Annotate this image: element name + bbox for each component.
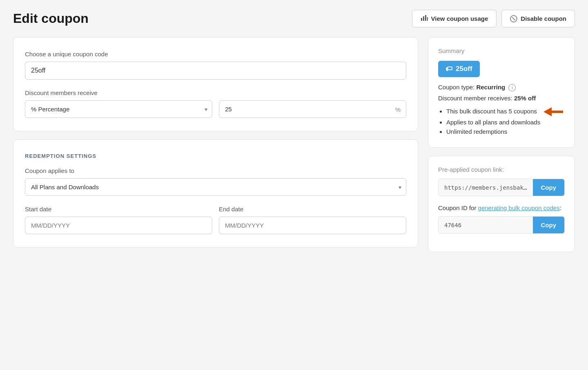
svg-rect-0 xyxy=(421,18,422,21)
bullet-1-text: This bulk discount has 5 coupons xyxy=(446,108,537,115)
summary-bullets: This bulk discount has 5 coupons Applies… xyxy=(438,107,565,135)
bullet-1: This bulk discount has 5 coupons xyxy=(446,107,565,116)
pre-applied-label: Pre-applied coupon link: xyxy=(438,166,565,173)
svg-marker-4 xyxy=(543,107,563,116)
coupon-type-prefix: Coupon type: xyxy=(438,84,476,91)
applies-to-wrapper: All Plans and Downloads Specific Plans S… xyxy=(25,178,406,196)
main-layout: Choose a unique coupon code Discount mem… xyxy=(13,37,575,252)
pre-applied-copy-row: https://members.jensbakery.com Copy xyxy=(438,179,565,196)
summary-card: Summary 🏷 25off Coupon type: Recurring i… xyxy=(428,37,575,148)
applies-to-field: Coupon applies to All Plans and Download… xyxy=(25,167,406,196)
page-title: Edit coupon xyxy=(13,11,89,26)
discount-amount-wrapper: % xyxy=(219,100,406,118)
end-date-label: End date xyxy=(219,206,406,213)
coupon-code-label: Choose a unique coupon code xyxy=(25,51,406,58)
view-usage-label: View coupon usage xyxy=(431,15,488,22)
pre-applied-link: https://members.jensbakery.com xyxy=(439,179,533,196)
discount-amount-input[interactable] xyxy=(219,100,406,118)
info-icon: i xyxy=(508,84,516,91)
redemption-card: REDEMPTION SETTINGS Coupon applies to Al… xyxy=(13,140,418,248)
header-buttons: View coupon usage Disable coupon xyxy=(412,10,575,27)
discount-value: 25% off xyxy=(514,95,536,102)
coupon-id-value: 47646 xyxy=(439,217,533,233)
coupon-code-field: Choose a unique coupon code xyxy=(25,51,406,80)
coupon-badge: 🏷 25off xyxy=(438,61,480,77)
disable-coupon-button[interactable]: Disable coupon xyxy=(501,10,575,27)
coupon-code-input[interactable] xyxy=(25,62,406,80)
discount-row: % Percentage $ Fixed Amount ▾ % xyxy=(25,100,406,118)
discount-prefix: Discount member receives: xyxy=(438,95,514,102)
bullet-3: Unlimited redemptions xyxy=(446,128,565,135)
coupon-type-line: Coupon type: Recurring i xyxy=(438,84,565,91)
coupon-type-value: Recurring xyxy=(476,84,505,91)
coupon-code-card: Choose a unique coupon code Discount mem… xyxy=(13,37,418,131)
applies-to-label: Coupon applies to xyxy=(25,167,406,174)
start-date-input[interactable] xyxy=(25,217,212,234)
discount-type-wrapper: % Percentage $ Fixed Amount ▾ xyxy=(25,100,212,118)
start-date-label: Start date xyxy=(25,206,212,213)
pre-applied-section: Pre-applied coupon link: https://members… xyxy=(428,156,575,252)
right-column: Summary 🏷 25off Coupon type: Recurring i… xyxy=(428,37,575,252)
coupon-id-label: Coupon ID for generating bulk coupon cod… xyxy=(438,204,565,211)
coupon-id-prefix: Coupon ID for xyxy=(438,204,478,211)
discount-field: Discount members receive % Percentage $ … xyxy=(25,89,406,118)
pre-applied-copy-button[interactable]: Copy xyxy=(533,179,565,196)
summary-title: Summary xyxy=(438,47,565,54)
svg-rect-2 xyxy=(425,15,426,21)
date-row: Start date End date xyxy=(25,206,406,234)
end-date-field: End date xyxy=(219,206,406,234)
discount-suffix: % xyxy=(395,106,401,113)
redemption-heading: REDEMPTION SETTINGS xyxy=(25,153,406,159)
bulk-codes-link[interactable]: generating bulk coupon codes xyxy=(478,204,560,211)
coupon-id-copy-row: 47646 Copy xyxy=(438,216,565,234)
coupon-id-copy-button[interactable]: Copy xyxy=(533,217,565,233)
svg-rect-3 xyxy=(427,17,428,21)
discount-type-select[interactable]: % Percentage $ Fixed Amount xyxy=(25,100,212,118)
end-date-input[interactable] xyxy=(219,217,406,234)
left-column: Choose a unique coupon code Discount mem… xyxy=(13,37,418,248)
svg-rect-1 xyxy=(423,16,424,21)
disable-label: Disable coupon xyxy=(521,15,566,22)
badge-text: 25off xyxy=(456,65,472,73)
discount-label: Discount members receive xyxy=(25,89,406,96)
view-usage-button[interactable]: View coupon usage xyxy=(412,10,497,27)
tag-icon: 🏷 xyxy=(445,65,452,73)
bullet-2: Applies to all plans and downloads xyxy=(446,119,565,126)
discount-line: Discount member receives: 25% off xyxy=(438,95,565,102)
chart-icon xyxy=(421,14,428,23)
coupon-id-suffix: : xyxy=(560,204,561,211)
disable-icon xyxy=(510,15,517,22)
arrow-indicator xyxy=(543,107,563,116)
start-date-field: Start date xyxy=(25,206,212,234)
applies-to-select[interactable]: All Plans and Downloads Specific Plans S… xyxy=(25,178,406,196)
